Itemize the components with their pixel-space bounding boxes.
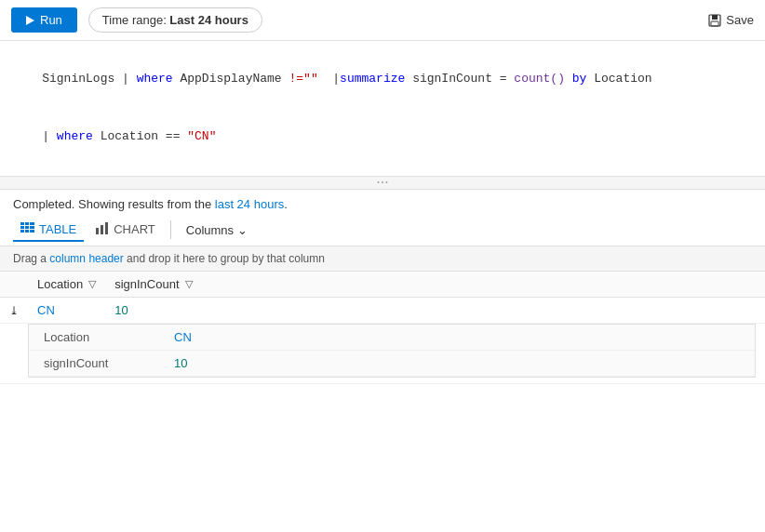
col-signincount-label: signInCount — [114, 277, 179, 291]
col-location-label: Location — [37, 277, 83, 291]
results-status: Completed. Showing results from the last… — [0, 190, 765, 215]
tab-table-label: TABLE — [39, 222, 76, 236]
col-header-location[interactable]: Location ▽ — [28, 272, 105, 298]
time-range-value: Last 24 hours — [169, 13, 248, 27]
expand-col-header — [0, 272, 28, 298]
detail-key-location: Location — [29, 325, 159, 351]
svg-rect-2 — [711, 21, 718, 26]
detail-card: Location CN signInCount 10 — [28, 324, 756, 378]
svg-rect-8 — [30, 226, 34, 229]
query-line-1: SigninLogs | where AppDisplayName !="" |… — [13, 50, 752, 108]
expand-cell: ⤓ — [0, 297, 28, 323]
chart-icon — [95, 222, 110, 235]
tab-chart-label: CHART — [114, 222, 155, 236]
detail-value-location: CN — [159, 325, 755, 351]
drag-hint-2: and drop it here to group by that column — [124, 252, 325, 265]
svg-rect-9 — [20, 230, 24, 233]
play-icon — [26, 16, 34, 25]
resize-handle[interactable]: ··· — [0, 177, 765, 190]
columns-button[interactable]: Columns ⌄ — [179, 219, 255, 241]
signincount-filter-icon[interactable]: ▽ — [185, 278, 193, 290]
status-text-2: last 24 hours — [215, 197, 284, 211]
drag-hint-bar: Drag a column header and drop it here to… — [0, 246, 765, 272]
table-icon — [20, 222, 35, 235]
status-text-3: . — [284, 197, 288, 211]
cell-signincount: 10 — [105, 297, 201, 323]
svg-rect-7 — [25, 226, 29, 229]
cell-filler — [202, 297, 765, 323]
query-editor[interactable]: SigninLogs | where AppDisplayName !="" |… — [0, 41, 765, 177]
save-icon — [707, 13, 722, 28]
save-label: Save — [726, 13, 754, 27]
columns-label: Columns — [186, 223, 234, 237]
svg-rect-12 — [96, 228, 99, 234]
status-text-1: Completed. Showing results from the — [13, 197, 215, 211]
svg-rect-6 — [20, 226, 24, 229]
time-range-prefix: Time range: — [102, 13, 170, 27]
results-table: Location ▽ signInCount ▽ ⤓ — [0, 272, 765, 384]
svg-rect-3 — [20, 222, 24, 225]
detail-key-signincount: signInCount — [29, 350, 159, 376]
view-tabs: TABLE CHART Columns ⌄ — [0, 215, 765, 246]
svg-rect-14 — [105, 222, 108, 234]
detail-row-signincount: signInCount 10 — [29, 350, 755, 376]
svg-rect-11 — [30, 230, 34, 233]
col-header-signincount[interactable]: signInCount ▽ — [105, 272, 201, 298]
detail-table: Location CN signInCount 10 — [29, 325, 755, 377]
cell-location-value: CN — [37, 303, 55, 317]
query-line-2: | where Location == "CN" — [13, 108, 752, 166]
tab-divider — [170, 220, 171, 239]
time-range-button[interactable]: Time range: Last 24 hours — [88, 7, 262, 33]
table-header-row: Location ▽ signInCount ▽ — [0, 272, 765, 298]
detail-cell: Location CN signInCount 10 — [0, 323, 765, 383]
tab-table[interactable]: TABLE — [13, 219, 84, 242]
chevron-down-icon: ⌄ — [237, 223, 248, 237]
results-area: Completed. Showing results from the last… — [0, 190, 765, 384]
svg-rect-13 — [101, 225, 103, 234]
cell-location: CN — [28, 297, 105, 323]
svg-rect-1 — [712, 15, 718, 20]
save-button[interactable]: Save — [707, 13, 754, 28]
svg-rect-10 — [25, 230, 29, 233]
toolbar: Run Time range: Last 24 hours Save — [0, 0, 765, 41]
cell-signincount-value: 10 — [114, 303, 128, 317]
drag-hint-col: column header — [49, 252, 123, 265]
detail-row: Location CN signInCount 10 — [0, 323, 765, 383]
ellipsis-icon: ··· — [376, 174, 388, 191]
drag-hint-1: Drag a — [13, 252, 49, 265]
table-row: ⤓ CN 10 — [0, 297, 765, 323]
col-filler — [202, 272, 765, 298]
expand-row-button[interactable]: ⤓ — [9, 304, 19, 317]
run-button[interactable]: Run — [11, 7, 77, 33]
tab-chart[interactable]: CHART — [87, 219, 163, 242]
run-label: Run — [40, 13, 62, 27]
svg-rect-5 — [30, 222, 34, 225]
detail-value-signincount: 10 — [159, 350, 755, 376]
svg-rect-4 — [25, 222, 29, 225]
location-filter-icon[interactable]: ▽ — [88, 278, 96, 290]
detail-row-location: Location CN — [29, 325, 755, 351]
